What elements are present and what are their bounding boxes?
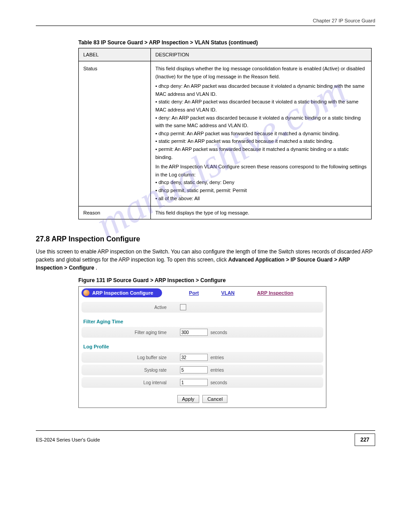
log-buffer-unit: entries (210, 355, 224, 360)
sphere-icon (83, 290, 90, 296)
desc-line: This field displays whether the log mess… (155, 65, 367, 81)
figure-title-pill: ARP Inspection Configure (81, 288, 162, 297)
section-heading: 27.8 ARP Inspection Configure (36, 235, 375, 243)
desc-line: • all of the above: All (155, 195, 367, 203)
link-arp-inspection[interactable]: ARP Inspection (257, 290, 293, 296)
table-row: Reason This field displays the type of l… (79, 206, 372, 219)
cell-desc: This field displays whether the log mess… (151, 61, 372, 206)
table-row: Status This field displays whether the l… (79, 61, 372, 206)
log-section-label: Log Profile (83, 344, 323, 349)
desc-line: • permit: An ARP packet was forwarded be… (155, 146, 367, 161)
filter-aging-unit: seconds (210, 330, 227, 335)
log-interval-label: Log interval (86, 380, 180, 385)
footer-rule (36, 430, 375, 431)
link-vlan[interactable]: VLAN (221, 290, 235, 296)
desc-line: • static deny: An ARP packet was discard… (155, 98, 367, 114)
figure-frame: ARP Inspection Configure Port VLAN ARP I… (78, 286, 326, 408)
log-interval-input[interactable] (180, 379, 208, 386)
header-chapter: Chapter 27 IP Source Guard (36, 18, 375, 23)
cancel-button[interactable]: Cancel (202, 395, 227, 403)
active-checkbox[interactable] (180, 304, 186, 310)
cell-label: Status (79, 61, 151, 206)
figure-title-text: ARP Inspection Configure (92, 290, 153, 296)
footer-page-number: 227 (355, 433, 375, 446)
filter-aging-label: Filter aging time (86, 330, 180, 335)
log-buffer-label: Log buffer size (86, 355, 180, 360)
th-label: LABEL (79, 48, 151, 61)
desc-line: • static permit: An ARP packet was forwa… (155, 137, 367, 146)
syslog-rate-label: Syslog rate (86, 368, 180, 373)
syslog-rate-input[interactable] (180, 366, 208, 373)
desc-line: • dhcp deny: An ARP packet was discarded… (155, 82, 367, 98)
syslog-rate-unit: entries (210, 368, 224, 373)
desc-line: In the ARP Inspection VLAN Configure scr… (155, 163, 367, 179)
th-description: DESCRIPTION (151, 48, 372, 61)
desc-line: • deny: An ARP packet was discarded beca… (155, 114, 367, 130)
table-caption: Table 83 IP Source Guard > ARP Inspectio… (78, 39, 375, 46)
cell-desc: This field displays the type of log mess… (151, 206, 372, 219)
description-table: LABEL DESCRIPTION Status This field disp… (78, 48, 372, 219)
filter-section-label: Filter Aging Time (83, 319, 323, 324)
log-interval-unit: seconds (210, 380, 227, 385)
link-port[interactable]: Port (189, 290, 199, 296)
active-label: Active (86, 305, 180, 310)
footer-doc-title: ES-2024 Series User's Guide (36, 437, 100, 442)
apply-button[interactable]: Apply (177, 395, 200, 403)
figure-caption: Figure 131 IP Source Guard > ARP Inspect… (78, 277, 375, 283)
cell-label: Reason (79, 206, 151, 219)
filter-aging-input[interactable] (180, 329, 208, 336)
section-paragraph: Use this screen to enable ARP inspection… (36, 248, 375, 272)
header-rule (36, 26, 375, 26)
para-text: . (96, 265, 97, 271)
desc-line: • dhcp deny, static deny, deny: Deny (155, 179, 367, 187)
desc-line: • dhcp permit, static permit, permit: Pe… (155, 187, 367, 195)
log-buffer-input[interactable] (180, 354, 208, 361)
desc-line: • dhcp permit: An ARP packet was forward… (155, 130, 367, 138)
